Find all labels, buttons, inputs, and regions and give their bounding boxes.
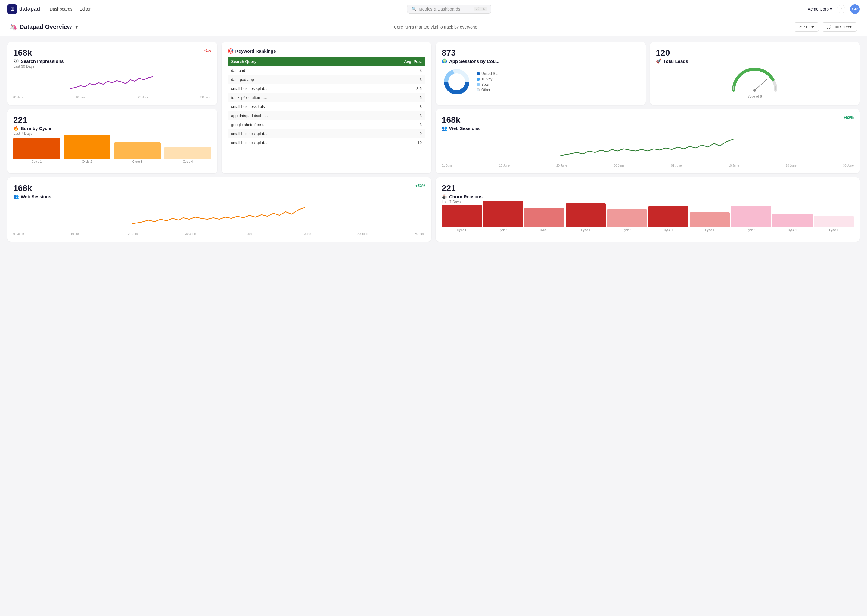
card-web-sessions-bottom: 168k +53% 👥 Web Sessions 01 June 10 June… xyxy=(7,178,431,242)
nav-links: Dashboards Editor xyxy=(50,5,91,13)
web-sessions-top-chart: 01 June 10 June 20 June 30 June 01 June … xyxy=(441,134,854,167)
web-sessions-top-x-axis: 01 June 10 June 20 June 30 June 01 June … xyxy=(441,164,854,167)
churn-bar-group-6: Cycle 1 xyxy=(648,206,688,232)
churn-bar-10 xyxy=(814,216,854,227)
kw-col2: Avg. Pos. xyxy=(354,57,426,66)
svg-point-5 xyxy=(753,89,756,92)
bar-group-1: Cycle 1 xyxy=(13,138,60,163)
fullscreen-button[interactable]: ⛶ Full Screen xyxy=(821,22,858,31)
card-churn-reasons: 221 🎳 Churn Reasons Last 7 Days Cycle 1 … xyxy=(436,178,860,242)
table-row: small busines kpi d...3.5 xyxy=(228,84,426,93)
churn-reasons-icon: 🎳 xyxy=(441,194,447,199)
churn-bar-group-4: Cycle 1 xyxy=(566,203,606,232)
burn-by-cycle-label: 🔥 Burn by Cycle xyxy=(13,126,211,131)
chevron-down-icon: ▾ xyxy=(830,6,832,11)
gauge-label: 75% of 6 xyxy=(748,94,762,99)
search-placeholder: Metrics & Dashboards xyxy=(419,6,472,11)
logo[interactable]: ⊞ datapad xyxy=(7,4,40,14)
app-sessions-number: 873 xyxy=(441,48,456,57)
web-sessions-top-icon: 👥 xyxy=(441,126,447,131)
nav-dashboards[interactable]: Dashboards xyxy=(50,5,73,13)
churn-bar-group-8: Cycle 1 xyxy=(731,206,771,232)
web-sessions-bottom-chart: 01 June 10 June 20 June 30 June 01 June … xyxy=(13,203,426,236)
dashboard-header: 🦄 Datapad Overview ▾ Core KPI's that are… xyxy=(0,18,867,36)
web-sessions-bottom-number: 168k xyxy=(13,184,32,193)
bar-4 xyxy=(164,147,211,159)
churn-bar-4 xyxy=(566,203,606,227)
gauge-svg xyxy=(731,66,779,93)
company-selector[interactable]: Acme Corp ▾ xyxy=(808,6,832,11)
web-sessions-bottom-svg xyxy=(13,203,426,230)
dashboard-title-text: Datapad Overview xyxy=(20,24,72,30)
avatar[interactable]: CR xyxy=(850,4,860,14)
churn-reasons-label: 🎳 Churn Reasons xyxy=(441,194,854,199)
card-burn-by-cycle: 221 🔥 Burn by Cycle Last 7 Days Cycle 1 … xyxy=(7,109,218,173)
search-impressions-number: 168k xyxy=(13,48,32,58)
kw-col1: Search Query xyxy=(228,57,354,66)
search-icon: 🔍 xyxy=(411,6,416,11)
help-button[interactable]: ? xyxy=(837,5,845,13)
navbar: ⊞ datapad Dashboards Editor 🔍 Metrics & … xyxy=(0,0,867,18)
svg-line-4 xyxy=(755,79,767,90)
app-sessions-icon: 🌍 xyxy=(441,58,447,64)
web-sessions-top-badge: +53% xyxy=(843,115,854,120)
total-leads-label: 🚀 Total Leads xyxy=(656,58,854,64)
dashboard-grid: 168k -1% 👀 Search Impressions Last 30 Da… xyxy=(0,36,867,248)
nav-editor[interactable]: Editor xyxy=(80,5,91,13)
keyword-rankings-title: Keyword Rankings xyxy=(235,49,276,53)
search-impressions-label: 👀 Search Impressions xyxy=(13,58,211,64)
share-button[interactable]: ↗ Share xyxy=(793,22,820,31)
churn-bar-3 xyxy=(525,208,564,227)
web-sessions-bottom-label: 👥 Web Sessions xyxy=(13,194,426,199)
web-sessions-bottom-x-axis: 01 June 10 June 20 June 30 June 01 June … xyxy=(13,232,426,236)
burn-by-cycle-icon: 🔥 xyxy=(13,126,19,131)
fullscreen-label: Full Screen xyxy=(832,25,852,29)
keyword-rankings-icon: 🎯 xyxy=(228,48,233,54)
churn-bar-7 xyxy=(690,212,730,227)
app-sessions-chart: United S... Turkey Spain Other xyxy=(441,67,640,97)
churn-bar-group-3: Cycle 1 xyxy=(525,208,564,232)
total-leads-icon: 🚀 xyxy=(656,58,662,64)
churn-bar-5 xyxy=(607,209,647,227)
churn-bar-group-2: Cycle 1 xyxy=(483,201,523,232)
logo-text: datapad xyxy=(19,6,40,12)
total-leads-gauge: 75% of 6 xyxy=(656,66,854,99)
app-sessions-donut xyxy=(441,67,472,97)
burn-by-cycle-chart: Cycle 1 Cycle 2 Cycle 3 Cycle 4 xyxy=(13,139,211,163)
churn-reasons-number: 221 xyxy=(441,184,456,193)
app-sessions-label: 🌍 App Sessions by Cou... xyxy=(441,58,640,64)
keyword-rankings-header: 🎯 Keyword Rankings xyxy=(228,48,426,54)
logo-icon: ⊞ xyxy=(7,4,17,14)
churn-bar-2 xyxy=(483,201,523,227)
web-sessions-bottom-icon: 👥 xyxy=(13,194,19,199)
bar-3 xyxy=(114,142,161,159)
table-row: datapad3 xyxy=(228,66,426,75)
app-sessions-legend: United S... Turkey Spain Other xyxy=(476,72,498,92)
table-row: top klipfolio alterna...5 xyxy=(228,93,426,102)
card-keyword-rankings: 🎯 Keyword Rankings Search Query Avg. Pos… xyxy=(222,42,432,173)
churn-bar-group-10: Cycle 1 xyxy=(814,216,854,232)
web-sessions-top-label: 👥 Web Sessions xyxy=(441,126,854,131)
web-sessions-top-number: 168k xyxy=(441,115,460,125)
bar-2 xyxy=(63,135,110,159)
fullscreen-icon: ⛶ xyxy=(827,25,831,29)
search-impressions-sublabel: Last 30 Days xyxy=(13,64,211,69)
card-search-impressions: 168k -1% 👀 Search Impressions Last 30 Da… xyxy=(7,42,218,105)
dashboard-icon: 🦄 xyxy=(9,24,17,31)
search-impressions-badge: -1% xyxy=(204,48,211,53)
web-sessions-top-svg xyxy=(441,134,854,162)
table-row: app datapad dashb...8 xyxy=(228,111,426,120)
churn-bar-group-1: Cycle 1 xyxy=(441,205,482,232)
web-sessions-bottom-badge: +53% xyxy=(415,184,426,188)
search-impressions-svg xyxy=(13,72,211,93)
table-row: small business kpis8 xyxy=(228,102,426,111)
burn-by-cycle-sublabel: Last 7 Days xyxy=(13,132,211,136)
card-total-leads: 120 🚀 Total Leads 75% of 6 xyxy=(650,42,860,105)
churn-bar-8 xyxy=(731,206,771,227)
share-icon: ↗ xyxy=(799,25,802,29)
search-bar[interactable]: 🔍 Metrics & Dashboards ⌘ + K xyxy=(407,5,491,14)
dashboard-chevron-icon[interactable]: ▾ xyxy=(75,24,78,30)
dashboard-title: 🦄 Datapad Overview ▾ xyxy=(9,24,78,31)
total-leads-number: 120 xyxy=(656,48,670,57)
churn-bar-group-7: Cycle 1 xyxy=(690,212,730,232)
